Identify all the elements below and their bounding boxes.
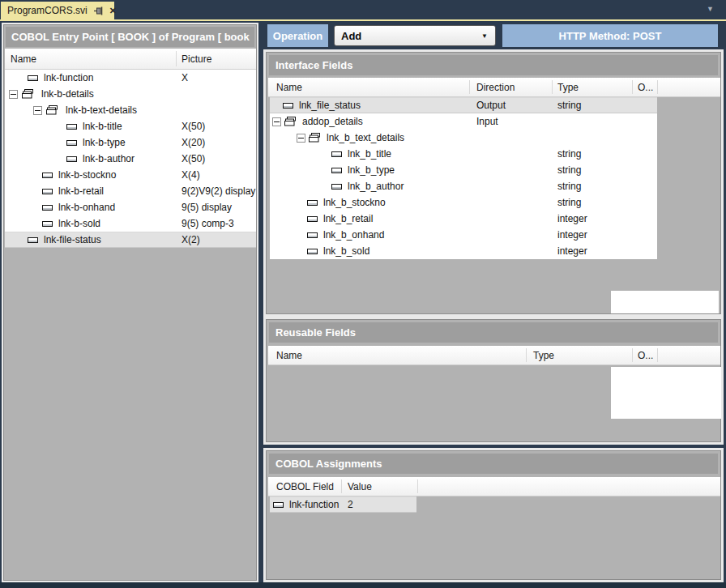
cobol-assignments-title: COBOL Assignments — [269, 454, 718, 474]
white-placeholder-box — [611, 291, 719, 313]
row-lnk-b-title[interactable]: lnk_b_titlestring — [270, 146, 657, 162]
cell-name: lnk-b-retail — [58, 183, 104, 199]
column-header-name[interactable]: Name — [11, 49, 36, 69]
field-icon — [273, 502, 284, 508]
row-lnk-b-stockno[interactable]: lnk_b_stocknostring — [270, 194, 657, 211]
cell-name: lnk-b-text-details — [66, 102, 137, 118]
row-lnk-function[interactable]: lnk-function2 — [270, 496, 416, 513]
operation-label: Operation — [267, 24, 328, 47]
tree-expander-icon[interactable] — [9, 90, 18, 99]
row-lnk-b-retail[interactable]: lnk-b-retail9(2)V9(2) display — [5, 183, 256, 199]
column-header-o[interactable]: O... — [638, 346, 653, 364]
column-header-cobol-field[interactable]: COBOL Field — [276, 477, 334, 496]
cobol-entry-point-panel: COBOL Entry Point [ BOOK ] of Program [ … — [2, 23, 258, 582]
field-icon — [307, 249, 318, 254]
row-lnk-b-text-details[interactable]: lnk_b_text_details — [270, 130, 657, 146]
cobol-entry-point-title: COBOL Entry Point [ BOOK ] of Program [ … — [6, 27, 254, 47]
field-icon — [331, 151, 342, 157]
group-icon — [22, 89, 34, 99]
field-icon — [42, 205, 53, 211]
cobol-entry-point-panel-body: COBOL Entry Point [ BOOK ] of Program [ … — [3, 24, 257, 581]
field-icon — [307, 232, 318, 238]
http-method-label: HTTP Method: POST — [502, 24, 718, 47]
cell-picture: X — [182, 70, 188, 86]
document-list-arrow-icon[interactable]: ▼ — [707, 5, 714, 13]
cell-name: lnk_b_text_details — [327, 130, 404, 146]
pin-icon[interactable] — [93, 6, 104, 16]
cell-name: lnk-b-type — [83, 134, 126, 151]
row-lnk-b-retail[interactable]: lnk_b_retailinteger — [270, 211, 657, 227]
column-separator — [341, 479, 342, 493]
cell-picture: X(2) — [182, 232, 200, 248]
cell-name: lnk-file-status — [44, 232, 101, 248]
interface-fields-tree: lnk_file_statusOutputstringaddop_details… — [270, 97, 657, 259]
cell-type: string — [557, 97, 581, 113]
cell-name: lnk_file_status — [299, 97, 361, 113]
tree-expander-icon[interactable] — [33, 106, 42, 115]
column-header-value[interactable]: Value — [348, 477, 372, 496]
tab-title: ProgramCORS.svi — [7, 5, 88, 16]
cobol-structure-tree: lnk-functionXlnk-b-detailslnk-b-text-det… — [5, 70, 256, 248]
row-lnk-function[interactable]: lnk-functionX — [5, 70, 256, 86]
tree-expander-icon[interactable] — [297, 134, 305, 143]
field-icon — [66, 156, 77, 162]
row-lnk-b-type[interactable]: lnk-b-typeX(20) — [5, 134, 256, 151]
column-header-picture[interactable]: Picture — [182, 49, 211, 69]
field-icon — [28, 75, 38, 81]
interface-fields-section: Interface Fields NameDirectionTypeO... l… — [266, 52, 721, 314]
row-lnk-file-status[interactable]: lnk-file-statusX(2) — [5, 232, 256, 248]
cell-type: string — [557, 146, 581, 162]
column-separator — [176, 51, 177, 66]
window-bottom-strip — [0, 582, 726, 588]
cell-type: integer — [557, 227, 587, 243]
field-icon — [307, 216, 318, 222]
row-lnk-b-stockno[interactable]: lnk-b-stocknoX(4) — [5, 167, 256, 183]
document-tab[interactable]: ProgramCORS.svi ✕ — [1, 2, 114, 19]
column-header-type[interactable]: Type — [533, 346, 554, 364]
cell-value: 2 — [348, 496, 353, 513]
operation-select[interactable]: Add ▼ — [334, 25, 496, 46]
cell-name: lnk_b_onhand — [323, 227, 384, 243]
cell-type: integer — [557, 243, 587, 259]
column-header-name[interactable]: Name — [276, 78, 302, 96]
row-lnk-b-title[interactable]: lnk-b-titleX(50) — [5, 118, 256, 134]
operation-selected-value: Add — [335, 30, 481, 42]
tree-expander-icon[interactable] — [272, 117, 281, 126]
cobol-assignments-table-header: COBOL FieldValue — [268, 477, 720, 496]
reusable-fields-table-header: NameTypeO... — [268, 346, 720, 365]
group-icon — [284, 117, 297, 126]
cell-name: lnk-b-sold — [58, 215, 100, 232]
group-icon — [309, 133, 321, 143]
row-lnk-b-sold[interactable]: lnk_b_soldinteger — [270, 243, 657, 259]
cell-name: lnk-b-details — [41, 86, 94, 102]
close-icon[interactable]: ✕ — [109, 6, 117, 15]
cell-picture: X(50) — [182, 151, 205, 167]
row-lnk-b-type[interactable]: lnk_b_typestring — [270, 162, 657, 178]
cell-name: lnk-b-title — [83, 118, 122, 134]
row-lnk-b-details[interactable]: lnk-b-details — [5, 86, 256, 102]
cell-picture: X(4) — [182, 167, 200, 183]
column-header-direction[interactable]: Direction — [476, 78, 515, 96]
field-icon — [331, 168, 342, 173]
interface-fields-title: Interface Fields — [269, 55, 718, 75]
column-header-name[interactable]: Name — [276, 346, 302, 364]
column-header-type[interactable]: Type — [557, 78, 579, 96]
http-method-text: HTTP Method: POST — [559, 30, 662, 42]
row-lnk-b-text-details[interactable]: lnk-b-text-details — [5, 102, 256, 118]
cobol-assignments-section: COBOL Assignments COBOL FieldValue lnk-f… — [266, 450, 721, 580]
field-icon — [66, 140, 77, 146]
row-lnk-b-onhand[interactable]: lnk_b_onhandinteger — [270, 227, 657, 243]
field-icon — [66, 124, 77, 130]
cell-name: lnk-b-author — [83, 151, 135, 167]
row-lnk-b-sold[interactable]: lnk-b-sold9(5) comp-3 — [5, 215, 256, 232]
column-separator — [632, 80, 633, 94]
cell-name: lnk_b_type — [348, 162, 395, 178]
row-addop-details[interactable]: addop_detailsInput — [270, 113, 657, 130]
row-lnk-b-onhand[interactable]: lnk-b-onhand9(5) display — [5, 199, 256, 215]
row-lnk-b-author[interactable]: lnk_b_authorstring — [270, 178, 657, 194]
cell-name: lnk_b_author — [348, 178, 404, 194]
column-separator — [417, 479, 418, 493]
column-header-o[interactable]: O... — [638, 78, 653, 96]
row-lnk-file-status[interactable]: lnk_file_statusOutputstring — [270, 97, 657, 113]
row-lnk-b-author[interactable]: lnk-b-authorX(50) — [5, 151, 256, 167]
